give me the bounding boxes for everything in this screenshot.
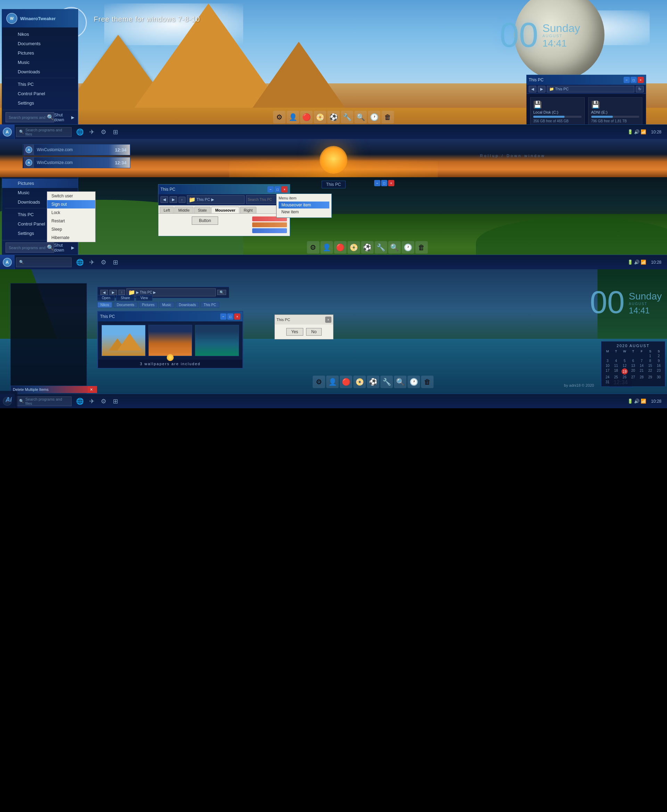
- dock3-icon-1[interactable]: ⚙: [307, 241, 319, 254]
- dock4-icon-5[interactable]: ⚽: [367, 375, 379, 388]
- back-btn-1[interactable]: ◀: [529, 86, 536, 93]
- back-btn-2[interactable]: ◀: [161, 196, 168, 203]
- minimize-btn-top[interactable]: −: [374, 180, 380, 186]
- taskbar-clock-3[interactable]: 10:28: [648, 260, 664, 265]
- s4-forward-btn[interactable]: ▶: [110, 290, 117, 295]
- wallpaper-close[interactable]: ×: [234, 314, 241, 320]
- dock4-icon-1[interactable]: ⚙: [313, 375, 325, 388]
- taskbar3-icon-globe[interactable]: 🌐: [74, 257, 85, 268]
- maximize-btn-top[interactable]: □: [381, 180, 387, 186]
- search-input-1[interactable]: [9, 115, 47, 120]
- dock4-icon-8[interactable]: 🕐: [408, 375, 420, 388]
- tab-mouseover[interactable]: Mouseover: [211, 207, 239, 213]
- menu-item-new[interactable]: New item: [279, 208, 329, 216]
- dock-icon-8[interactable]: 🕐: [368, 111, 380, 123]
- s4-btn-3[interactable]: View: [136, 295, 153, 301]
- taskbar-icon-windows[interactable]: ⊞: [110, 126, 121, 138]
- tab-left[interactable]: Left: [160, 207, 174, 213]
- taskbar-clock-4[interactable]: 10:28: [648, 399, 664, 404]
- dialog-yes-btn[interactable]: Yes: [286, 328, 304, 335]
- taskbar-search-4[interactable]: 🔍 Search programs and files: [16, 397, 71, 406]
- dock3-icon-4[interactable]: 📀: [347, 241, 360, 254]
- start-button-3[interactable]: A: [0, 255, 15, 270]
- wc-btn-2[interactable]: A: [23, 158, 34, 168]
- dock3-icon-6[interactable]: 🔧: [375, 241, 387, 254]
- s4-folder-documents[interactable]: Documents: [114, 302, 138, 308]
- start-search-box-2[interactable]: 🔍: [5, 242, 54, 252]
- wallpaper-maximize[interactable]: □: [227, 314, 234, 320]
- dock4-icon-9[interactable]: 🗑: [421, 375, 433, 388]
- demo-button[interactable]: Button: [192, 216, 219, 225]
- taskbar-icon-telegram[interactable]: ✈: [86, 126, 97, 138]
- menu2-item-pictures[interactable]: Pictures: [2, 179, 78, 188]
- maximize-button-1[interactable]: □: [630, 77, 637, 83]
- up-btn-2[interactable]: ↑: [179, 197, 186, 203]
- dock-icon-4[interactable]: 📀: [314, 111, 326, 123]
- tab-right[interactable]: Right: [240, 207, 257, 213]
- taskbar4-icon-gear[interactable]: ⚙: [98, 396, 109, 407]
- taskbar-icon-gear[interactable]: ⚙: [98, 126, 109, 138]
- power-lock[interactable]: Lock: [47, 208, 95, 217]
- thumb-sunset[interactable]: [148, 325, 192, 356]
- s4-folder-pictures[interactable]: Pictures: [139, 302, 158, 308]
- dock3-icon-9[interactable]: 🗑: [415, 241, 428, 254]
- dock3-icon-5[interactable]: ⚽: [361, 241, 373, 254]
- dock-icon-2[interactable]: 👤: [287, 111, 299, 123]
- menu-item-mouseover[interactable]: Mouseover item: [279, 201, 329, 208]
- s4-folder-music[interactable]: Music: [159, 302, 174, 308]
- power-hibernate[interactable]: Hibernate: [47, 234, 95, 242]
- dock4-icon-2[interactable]: 👤: [326, 375, 339, 388]
- minimize-btn-2[interactable]: −: [267, 186, 274, 193]
- close-btn-2[interactable]: ×: [281, 186, 288, 193]
- menu-item-thispc[interactable]: This PC: [2, 80, 78, 89]
- s4-btn-2[interactable]: Share: [116, 295, 134, 301]
- forward-btn-2[interactable]: ▶: [169, 196, 177, 203]
- dock3-icon-3[interactable]: 🔴: [334, 241, 346, 254]
- dock4-icon-3[interactable]: 🔴: [340, 375, 352, 388]
- s4-folder-thispc[interactable]: This PC: [201, 302, 219, 308]
- power-sleep[interactable]: Sleep: [47, 225, 95, 234]
- thumb-pyramids[interactable]: [101, 325, 146, 356]
- taskbar4-icon-windows[interactable]: ⊞: [110, 396, 121, 407]
- menu-item-music[interactable]: Music: [2, 58, 78, 67]
- s4-folder-downloads[interactable]: Downloads: [176, 302, 199, 308]
- taskbar-clock-1[interactable]: 10:28: [648, 130, 664, 135]
- dialog-close-btn[interactable]: ×: [325, 317, 332, 323]
- taskbar-search-3[interactable]: 🔍: [16, 257, 71, 267]
- dock-icon-5[interactable]: ⚽: [327, 111, 340, 123]
- tab-middle[interactable]: Middle: [174, 207, 193, 213]
- close-button-1[interactable]: ×: [637, 77, 644, 83]
- menu-item-documents[interactable]: Documents: [2, 39, 78, 48]
- power-sign-out[interactable]: Sign out: [47, 200, 95, 208]
- dock4-icon-4[interactable]: 📀: [353, 375, 366, 388]
- maximize-btn-2[interactable]: □: [274, 186, 281, 193]
- dock4-icon-7[interactable]: 🔍: [394, 375, 407, 388]
- refresh-btn-1[interactable]: ↻: [636, 86, 644, 93]
- forward-btn-1[interactable]: ▶: [538, 86, 546, 93]
- dock-icon-7[interactable]: 🔍: [354, 111, 367, 123]
- taskbar-search-1[interactable]: 🔍 Search programs and files: [16, 127, 71, 137]
- dock3-icon-7[interactable]: 🔍: [388, 241, 401, 254]
- minimize-button-1[interactable]: −: [624, 77, 630, 83]
- dialog-no-btn[interactable]: No: [306, 328, 322, 335]
- wc-btn-1[interactable]: A: [23, 144, 34, 155]
- taskbar4-icon-telegram[interactable]: ✈: [86, 396, 97, 407]
- dock-icon-6[interactable]: 🔧: [341, 111, 353, 123]
- menu-item-settings[interactable]: Settings: [2, 98, 78, 108]
- taskbar4-icon-globe[interactable]: 🌐: [74, 396, 85, 407]
- taskbar3-icon-telegram[interactable]: ✈: [86, 257, 97, 268]
- menu-item-pictures[interactable]: Pictures: [2, 48, 78, 58]
- dock3-icon-8[interactable]: 🕐: [402, 241, 414, 254]
- s4-folder-nikos[interactable]: Nikos: [97, 302, 112, 308]
- menu-item-downloads[interactable]: Downloads: [2, 67, 78, 76]
- search-input-3[interactable]: [9, 246, 47, 250]
- taskbar3-icon-windows[interactable]: ⊞: [110, 257, 121, 268]
- progress-close-btn[interactable]: ×: [88, 386, 95, 393]
- shutdown-button-2[interactable]: Shut down ▶: [54, 243, 74, 252]
- s4-up-btn[interactable]: ↑: [118, 290, 125, 295]
- search-input-2[interactable]: [248, 198, 279, 201]
- s4-back-btn[interactable]: ◀: [100, 290, 108, 295]
- start-button-1[interactable]: A: [0, 125, 15, 139]
- taskbar-icon-globe[interactable]: 🌐: [74, 126, 85, 138]
- power-restart[interactable]: Restart: [47, 217, 95, 225]
